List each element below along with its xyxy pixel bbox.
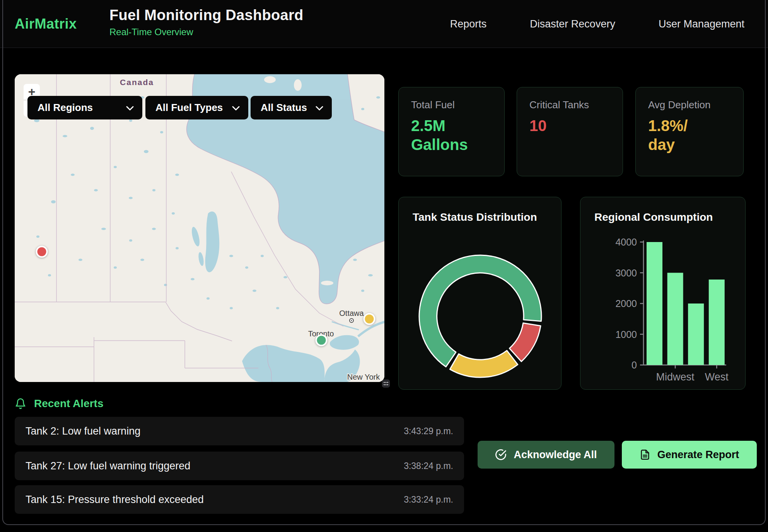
fuel-type-filter-label: All Fuel Types <box>155 102 223 114</box>
stat-card-total-fuel: Total Fuel 2.5MGallons <box>398 87 505 176</box>
status-filter-dropdown[interactable]: All Status <box>251 96 332 119</box>
map-resize-grip-icon[interactable] <box>382 380 390 387</box>
stat-value: 2.5MGallons <box>411 116 492 154</box>
regional-consumption-card: Regional Consumption 01000200030004000Mi… <box>580 197 746 390</box>
alert-text: Tank 27: Low fuel warning triggered <box>26 460 190 472</box>
nav-item-reports[interactable]: Reports <box>450 18 487 30</box>
generate-report-button[interactable]: Generate Report <box>622 441 757 469</box>
region-filter-dropdown[interactable]: All Regions <box>27 96 142 119</box>
nav-item-user-management[interactable]: User Management <box>659 18 744 30</box>
svg-text:West: West <box>705 371 729 383</box>
document-icon <box>640 449 650 460</box>
tank-status-donut-chart <box>418 254 543 379</box>
page-subtitle: Real-Time Overview <box>109 27 303 38</box>
chevron-down-icon <box>232 102 240 114</box>
alerts-title: Recent Alerts <box>34 397 103 410</box>
chart-title: Tank Status Distribution <box>399 197 561 223</box>
stat-value: 1.8%/day <box>648 116 731 154</box>
alert-row[interactable]: Tank 27: Low fuel warning triggered 3:38… <box>15 452 464 480</box>
alert-time: 3:33:24 p.m. <box>404 494 453 505</box>
alerts-header: Recent Alerts <box>15 397 103 410</box>
alert-row[interactable]: Tank 2: Low fuel warning 3:43:29 p.m. <box>15 417 464 445</box>
chevron-down-icon <box>316 102 323 114</box>
svg-text:2000: 2000 <box>615 298 637 309</box>
svg-text:3000: 3000 <box>615 268 637 278</box>
svg-text:Midwest: Midwest <box>656 371 695 383</box>
svg-text:1000: 1000 <box>615 329 637 340</box>
bell-icon <box>15 397 26 410</box>
regional-consumption-bar-chart: 01000200030004000MidwestWest <box>580 197 746 390</box>
fuel-map[interactable]: Canada Ottawa Toronto New York + − All R… <box>15 74 384 382</box>
main-nav: Reports Disaster Recovery User Managemen… <box>450 0 744 48</box>
tank-marker-warning[interactable] <box>363 313 375 325</box>
stat-card-critical-tanks: Critical Tanks 10 <box>517 87 623 176</box>
alert-time: 3:43:29 p.m. <box>404 426 453 437</box>
alert-time: 3:38:24 p.m. <box>404 461 453 471</box>
map-city-label-ottawa: Ottawa <box>339 309 364 317</box>
app-header: AirMatrix Fuel Monitoring Dashboard Real… <box>0 0 768 48</box>
map-city-label-new-york: New York <box>347 373 380 381</box>
stat-card-avg-depletion: Avg Depletion 1.8%/day <box>635 87 744 176</box>
alert-text: Tank 2: Low fuel warning <box>26 425 140 437</box>
chevron-down-icon <box>126 102 134 114</box>
fuel-type-filter-dropdown[interactable]: All Fuel Types <box>145 96 248 119</box>
brand-logo[interactable]: AirMatrix <box>15 0 77 48</box>
stat-label: Avg Depletion <box>648 99 731 111</box>
acknowledge-all-button[interactable]: Acknowledge All <box>478 441 614 469</box>
svg-text:4000: 4000 <box>615 237 637 247</box>
map-canvas: Canada Ottawa Toronto New York <box>15 74 384 382</box>
map-country-label: Canada <box>120 78 154 87</box>
alert-text: Tank 15: Pressure threshold exceeded <box>26 494 204 506</box>
generate-report-label: Generate Report <box>657 449 739 461</box>
tank-marker-normal[interactable] <box>316 334 328 346</box>
alert-row[interactable]: Tank 15: Pressure threshold exceeded 3:3… <box>15 485 464 514</box>
page-title: Fuel Monitoring Dashboard <box>109 7 303 24</box>
stat-label: Critical Tanks <box>529 99 610 111</box>
stat-value: 10 <box>529 116 610 135</box>
tank-marker-critical[interactable] <box>36 246 48 258</box>
status-filter-label: All Status <box>261 102 307 114</box>
acknowledge-all-label: Acknowledge All <box>514 449 597 461</box>
stat-label: Total Fuel <box>411 99 492 111</box>
region-filter-label: All Regions <box>38 102 93 114</box>
svg-text:0: 0 <box>631 360 637 370</box>
tank-status-card: Tank Status Distribution <box>398 197 561 390</box>
title-block: Fuel Monitoring Dashboard Real-Time Over… <box>109 7 303 38</box>
nav-item-disaster-recovery[interactable]: Disaster Recovery <box>530 18 615 30</box>
check-circle-icon <box>495 449 507 460</box>
